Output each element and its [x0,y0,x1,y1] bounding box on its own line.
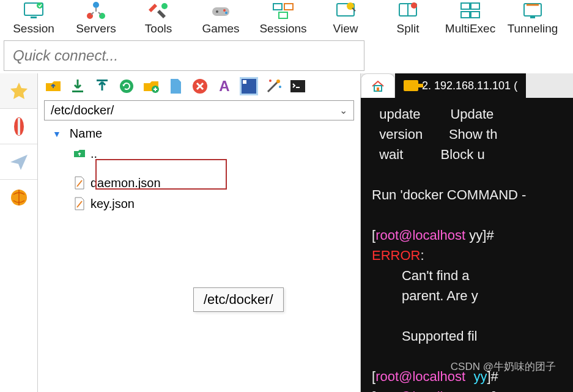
view-icon [335,0,357,22]
toolbar-tools-label: Tools [145,22,172,35]
toolbar-tools[interactable]: Tools [131,0,186,35]
refresh-icon[interactable] [117,77,136,95]
svg-rect-34 [243,80,246,84]
svg-rect-38 [290,80,305,92]
svg-point-8 [216,10,218,13]
svg-rect-13 [279,12,287,18]
column-name-label: Name [70,127,102,141]
svg-point-2 [37,2,43,9]
star-icon [9,81,29,102]
file-toolbar: A [38,73,360,99]
toolbar-session-label: Session [13,22,54,35]
json-file-icon [72,176,87,190]
svg-point-9 [223,9,226,12]
chevron-down-icon[interactable]: ⌄ [339,105,347,116]
main-toolbar: Session Servers Tools Games Sessions Vie… [0,0,573,40]
path-tooltip: /etc/docker/ [193,287,284,312]
path-text: /etc/docker/ [51,103,339,117]
sessions-icon [272,0,294,22]
svg-point-10 [225,12,227,14]
svg-rect-11 [273,4,282,10]
file-row-daemon-label: daemon.json [91,176,161,190]
sidetab-tool[interactable] [0,109,37,144]
svg-point-35 [276,80,280,83]
svg-point-36 [269,80,272,82]
svg-rect-12 [284,4,293,10]
svg-rect-41 [377,87,379,91]
svg-rect-22 [471,12,479,18]
toolbar-tunneling[interactable]: Tunneling [505,0,560,35]
upload-icon[interactable] [93,77,111,95]
path-input[interactable]: /etc/docker/ ⌄ [44,100,354,120]
toolbar-multiexec-label: MultiExec [445,22,495,35]
tab-home[interactable] [361,73,395,98]
svg-rect-21 [461,12,470,18]
svg-point-30 [120,80,133,93]
text-a-icon[interactable]: A [215,77,234,95]
servers-icon [85,0,107,22]
gamepad-icon [210,0,232,22]
tab-session-1[interactable]: 2. 192.168.11.101 ( [395,73,526,98]
sidetab-star[interactable] [0,73,37,109]
download-icon[interactable] [68,77,87,95]
svg-rect-29 [97,80,108,81]
delete-icon[interactable] [191,77,209,95]
file-row-daemon[interactable]: daemon.json [38,172,360,193]
toolbar-multiexec[interactable]: MultiExec [443,0,498,35]
sort-indicator-icon: ▼ [53,129,61,139]
svg-rect-26 [18,118,20,135]
panel-icon[interactable] [240,77,258,95]
toolbar-sessions[interactable]: Sessions [256,0,311,35]
terminal-panel: 2. 192.168.11.101 ( update Update versio… [361,73,573,392]
svg-point-18 [411,2,417,9]
toolbar-tunneling-label: Tunneling [508,22,558,35]
globe-icon [9,187,29,208]
svg-point-6 [161,3,168,9]
json-file-icon [72,196,87,211]
watermark: CSDN @牛奶味的团子 [451,360,556,374]
key-icon [404,80,418,91]
session-tabs: 2. 192.168.11.101 ( [361,73,573,98]
file-row-key[interactable]: key.json [38,193,360,214]
svg-rect-19 [461,3,470,9]
svg-rect-20 [471,3,479,9]
tab-session-label: 2. 192.168.11.101 ( [422,80,517,92]
toolbar-view[interactable]: View [318,0,373,35]
terminal-icon[interactable] [289,77,307,95]
split-icon [397,0,419,22]
toolbar-servers-label: Servers [76,22,116,35]
knife-icon [9,116,29,137]
wand-icon[interactable] [264,77,283,95]
file-browser: A /etc/docker/ ⌄ ▼ Name .. daemon.json k… [38,73,361,392]
tools-icon [147,0,169,22]
workspace: A /etc/docker/ ⌄ ▼ Name .. daemon.json k… [0,73,573,392]
toolbar-session[interactable]: Session [6,0,61,35]
toolbar-split-label: Split [397,22,420,35]
svg-point-37 [279,86,281,88]
svg-rect-7 [212,7,229,16]
file-row-parent[interactable]: .. [38,143,360,164]
svg-rect-1 [31,17,37,18]
terminal-output[interactable]: update Update version Show th wait Block… [361,98,573,392]
sidetab-globe[interactable] [0,180,37,215]
paperplane-icon [9,152,29,172]
file-row-parent-label: .. [91,147,97,161]
file-row-key-label: key.json [91,197,135,211]
svg-rect-24 [530,17,535,18]
toolbar-games[interactable]: Games [193,0,248,35]
folder-parent-icon [72,146,87,161]
tunneling-icon [522,0,544,22]
folder-up-icon[interactable] [44,77,62,95]
new-folder-icon[interactable] [142,77,160,95]
file-icon[interactable] [166,77,185,95]
sidetab-send[interactable] [0,144,37,180]
toolbar-split[interactable]: Split [380,0,435,35]
column-header[interactable]: ▼ Name [38,122,360,143]
quick-connect-input[interactable] [4,41,364,70]
toolbar-sessions-label: Sessions [259,22,306,35]
side-tabs [0,73,38,392]
svg-point-3 [93,2,99,8]
quick-connect-bar [4,40,364,71]
home-icon [370,78,386,94]
toolbar-servers[interactable]: Servers [68,0,124,35]
